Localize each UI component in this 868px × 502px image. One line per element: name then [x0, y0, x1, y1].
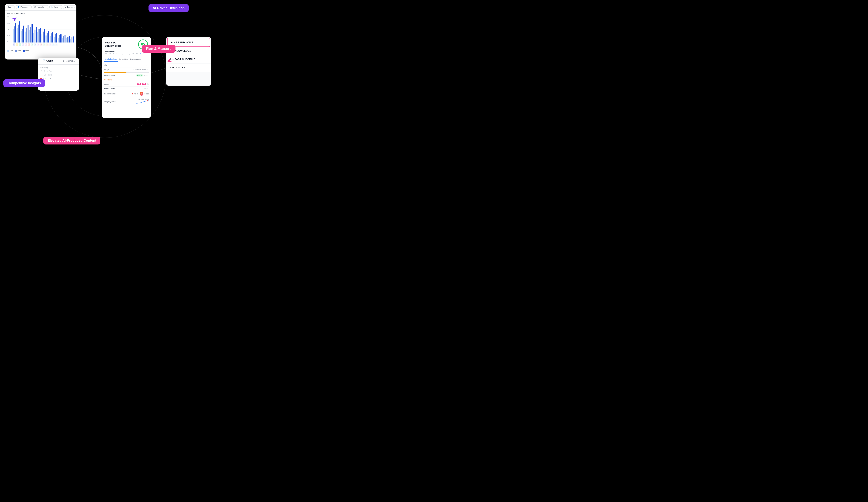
seo-nav-performances[interactable]: Performances: [129, 57, 142, 62]
bar-group: [21, 26, 24, 42]
filter-type[interactable]: 📄 Type ▼: [50, 5, 62, 9]
bars-wrapper: [13, 16, 74, 42]
bar-group: [66, 36, 70, 42]
bar-group: [37, 28, 41, 42]
traffic-chart-panel: ffic ▼ 👤 Persona ▼ ⊞ Thematic ▼ 📄 Type ▼…: [5, 4, 76, 60]
filter-funnel[interactable]: ⊳ Funnel ▼: [63, 5, 76, 9]
ai-features-panel: AI+ BRAND VOICE AI+ KNOWLEDGE AI+ FACT C…: [166, 37, 211, 86]
legend-2023: 2023: [15, 50, 21, 52]
priority-dot-2: [140, 83, 141, 85]
filter-thematic[interactable]: ⊞ Thematic ▼: [33, 5, 48, 9]
seo-keyword-row: seo content: [105, 51, 148, 53]
filter-bar: ffic ▼ 👤 Persona ▼ ⊞ Thematic ▼ 📄 Type ▼…: [5, 4, 76, 11]
plan-assignee-field: John Doe: [40, 70, 76, 72]
priority-dot-3: [142, 83, 144, 85]
bar-group: [45, 31, 49, 42]
badge-competitive: Competitive Insights: [3, 79, 45, 87]
seo-nav: Optimisations Competitors Performances: [102, 57, 151, 62]
sparkline-chart: [135, 100, 149, 104]
bar-group: [17, 21, 20, 42]
filter-persona[interactable]: 👤 Persona ▼: [16, 5, 31, 9]
kw-stats: 5.6k #2 6k Focus Keyword analyzed Sep 02…: [105, 53, 148, 55]
bar-group: [25, 25, 29, 42]
site-icons-row: M L C B B B E C B B mr mr mr mr mr: [13, 43, 74, 46]
tab-optimize[interactable]: ⟳ Optimize: [59, 58, 79, 64]
todo-dot: [132, 93, 133, 94]
svg-point-3: [41, 70, 42, 71]
filter-traffic[interactable]: ffic ▼: [7, 5, 15, 9]
seo-row-incoming-links: Incoming Links To do J 5 dec: [104, 91, 149, 97]
seo-row-search-intents: Search Intents +15 pts 8/10 ▼: [104, 73, 149, 78]
todo-row: To do J 5 dec: [132, 92, 149, 96]
plan-tabs: 📄 Create ⟳ Optimize: [38, 58, 79, 64]
seo-row-length: Length ♡ 1200/2500 words ▼: [104, 68, 149, 72]
svg-point-5: [147, 100, 148, 101]
user-avatar: J: [140, 92, 143, 96]
bar-group: [29, 24, 33, 42]
priority-dot-5: [147, 83, 149, 85]
update-link[interactable]: Update: [140, 53, 145, 55]
seo-row-questions-label: Questions: [104, 78, 149, 82]
seo-nav-optimisations[interactable]: Optimisations: [104, 57, 118, 62]
chart-title: Organic traffic trends: [7, 12, 74, 14]
bar-group: [13, 23, 16, 42]
seo-title: Your SEO Content score: [105, 41, 121, 48]
priority-dot-4: [144, 83, 146, 85]
seo-nav-competitors[interactable]: Competitors: [118, 57, 129, 62]
badge-elevated: Elevated AI-Produced Content: [43, 137, 100, 144]
seo-rows: Title ♡ ▼ Length ♡ 1200/2500 words ▼ Sea…: [102, 62, 151, 108]
status-dot-red: [40, 78, 42, 79]
priority-dots: [137, 83, 149, 85]
bar-group: [62, 35, 66, 42]
bar-group: [33, 27, 37, 42]
seo-row-title: Title ♡ ▼: [104, 63, 149, 68]
plan-due-date-field: Due date: [40, 74, 76, 76]
seo-title-row: Your SEO Content score 85: [105, 39, 148, 49]
seo-row-priority: Priority: [104, 82, 149, 87]
seo-row-outgoing-links: Outgoing Links 85k +10% (8.5k): [104, 97, 149, 106]
bar-group: [58, 34, 62, 42]
plan-status-field: To-do ▼: [40, 77, 76, 80]
plan-body: Planning John Doe Due date To-do ▼: [38, 64, 79, 81]
badge-plan-measure: Plan & Measure: [142, 45, 175, 53]
chart-legend: 2022 2023 2024: [7, 50, 74, 52]
seo-row-related-terms: Related Terms 45/60 ▼: [104, 87, 149, 91]
tab-create[interactable]: 📄 Create: [38, 58, 59, 64]
bar-group: [42, 29, 45, 42]
priority-dot-1: [137, 83, 139, 85]
svg-point-4: [41, 74, 42, 75]
badge-ai-driven: AI Driven Decisions: [148, 4, 189, 12]
bar-group: [54, 33, 58, 42]
ai-feature-content[interactable]: AI+ CONTENT: [166, 63, 211, 72]
bar-group: [50, 32, 53, 42]
legend-2024: 2024: [23, 50, 29, 52]
bar-group: [70, 37, 74, 42]
plan-section-label: Planning: [40, 67, 76, 69]
legend-2022: 2022: [7, 50, 13, 52]
y-axis-labels: 2k 1.5k 1k 0.5k 0: [7, 16, 10, 42]
